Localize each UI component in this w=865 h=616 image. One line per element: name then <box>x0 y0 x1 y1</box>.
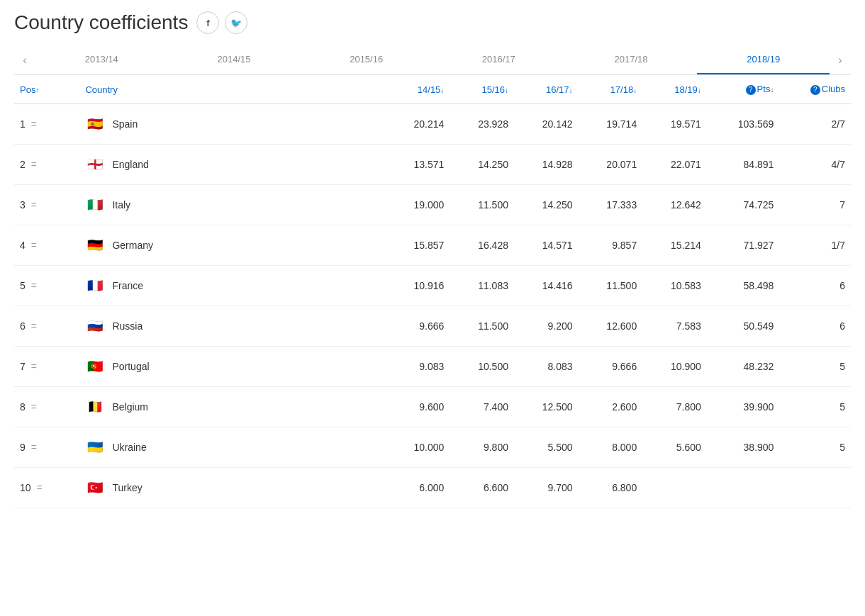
social-icons: f 🐦 <box>196 11 247 34</box>
season-tab-2016-17[interactable]: 2016/17 <box>432 45 565 74</box>
sort-icon-y1718[interactable]: ↓ <box>633 86 637 94</box>
pos-cell: 7 = <box>14 347 79 387</box>
help-icon-pts[interactable]: ? <box>746 85 756 95</box>
country-name: Italy <box>112 199 130 211</box>
header-clubs: ?Clubs <box>779 75 851 104</box>
cell-y1617: 14.416 <box>514 266 579 306</box>
cell-y1617: 8.083 <box>514 347 579 387</box>
position-change: = <box>28 240 37 251</box>
cell-pts: 71.927 <box>707 225 780 266</box>
position-number: 4 <box>20 240 26 251</box>
cell-y1415: 19.000 <box>386 185 450 225</box>
header-y1718[interactable]: 17/18↓ <box>579 75 643 104</box>
season-nav: ‹ 2013/142014/152015/162016/172017/18201… <box>14 45 851 75</box>
cell-pts: 74.725 <box>707 185 780 225</box>
position-change: = <box>28 280 37 291</box>
sort-icon-pts[interactable]: ↓ <box>770 86 774 94</box>
cell-y1415: 20.214 <box>386 104 450 145</box>
season-tab-2015-16[interactable]: 2015/16 <box>300 45 432 74</box>
country-name: Germany <box>112 240 153 251</box>
cell-y1415: 9.083 <box>386 347 450 387</box>
cell-clubs: 1/7 <box>779 225 851 266</box>
cell-pts: 103.569 <box>707 104 780 145</box>
cell-y1617: 14.571 <box>514 225 579 266</box>
sort-icon-y1516[interactable]: ↓ <box>505 86 508 94</box>
cell-y1415: 13.571 <box>386 145 450 185</box>
cell-y1819: 7.800 <box>642 387 707 427</box>
cell-y1718: 12.600 <box>579 306 643 347</box>
header-pos[interactable]: Pos↑ <box>14 75 79 104</box>
position-number: 2 <box>20 159 26 170</box>
header-country: Country <box>79 75 385 104</box>
country-name: Belgium <box>112 401 148 413</box>
cell-y1516: 9.800 <box>450 427 514 468</box>
prev-season-button[interactable]: ‹ <box>14 46 35 74</box>
coefficients-table: Pos↑Country14/15↓15/16↓16/17↓17/18↓18/19… <box>14 75 851 508</box>
sort-icon-y1617[interactable]: ↓ <box>569 86 573 94</box>
cell-y1718: 17.333 <box>579 185 643 225</box>
cell-y1617: 9.700 <box>514 468 579 508</box>
cell-pts: 48.232 <box>707 347 780 387</box>
table-row: 4 =🇩🇪Germany15.85716.42814.5719.85715.21… <box>14 225 851 266</box>
cell-y1617: 12.500 <box>514 387 579 427</box>
cell-clubs: 2/7 <box>779 104 851 145</box>
country-cell: 🇵🇹Portugal <box>79 347 385 387</box>
sort-icon-y1819[interactable]: ↓ <box>698 86 701 94</box>
cell-y1617: 14.250 <box>514 185 579 225</box>
cell-clubs: 6 <box>779 306 851 347</box>
header-y1819[interactable]: 18/19↓ <box>642 75 707 104</box>
country-flag: 🏴󠁧󠁢󠁥󠁮󠁧󠁿 <box>85 155 105 174</box>
facebook-button[interactable]: f <box>196 11 219 34</box>
help-icon-clubs[interactable]: ? <box>810 85 820 95</box>
cell-clubs: 5 <box>779 347 851 387</box>
country-content: 🇩🇪Germany <box>85 235 379 255</box>
cell-pts: 39.900 <box>707 387 780 427</box>
header-label-clubs: Clubs <box>822 84 845 94</box>
season-tab-2018-19[interactable]: 2018/19 <box>697 45 830 74</box>
header-y1617[interactable]: 16/17↓ <box>514 75 579 104</box>
header-row: Pos↑Country14/15↓15/16↓16/17↓17/18↓18/19… <box>14 75 851 104</box>
country-cell: 🇪🇸Spain <box>79 104 385 145</box>
country-name: France <box>112 280 143 291</box>
pos-cell: 9 = <box>14 427 79 468</box>
header-pts[interactable]: ?Pts↓ <box>707 75 780 104</box>
cell-y1617: 9.200 <box>514 306 579 347</box>
cell-y1617: 5.500 <box>514 427 579 468</box>
table-header: Pos↑Country14/15↓15/16↓16/17↓17/18↓18/19… <box>14 75 851 104</box>
cell-clubs <box>779 468 851 508</box>
next-season-button[interactable]: › <box>830 46 851 74</box>
header-label-y1415: 14/15 <box>418 84 441 95</box>
country-flag: 🇺🇦 <box>85 437 105 457</box>
country-flag: 🇧🇪 <box>85 397 105 417</box>
season-tab-2013-14[interactable]: 2013/14 <box>35 45 168 74</box>
season-tab-2014-15[interactable]: 2014/15 <box>168 45 301 74</box>
header-y1516[interactable]: 15/16↓ <box>450 75 514 104</box>
position-number: 8 <box>20 401 26 413</box>
page-wrapper: Country coefficients f 🐦 ‹ 2013/142014/1… <box>0 0 865 520</box>
table-row: 10 =🇹🇷Turkey6.0006.6009.7006.800 <box>14 468 851 508</box>
chevron-left-icon: ‹ <box>23 54 26 67</box>
cell-y1516: 7.400 <box>450 387 514 427</box>
header-label-y1819: 18/19 <box>674 84 698 95</box>
country-content: 🇵🇹Portugal <box>85 357 379 376</box>
sort-icon-y1415[interactable]: ↓ <box>440 86 444 94</box>
table-row: 7 =🇵🇹Portugal9.08310.5008.0839.66610.900… <box>14 347 851 387</box>
cell-y1516: 11.500 <box>450 306 514 347</box>
header-y1415[interactable]: 14/15↓ <box>386 75 450 104</box>
header-label-pts: Pts <box>757 84 771 94</box>
page-title: Country coefficients <box>14 11 188 34</box>
header-label-y1617: 16/17 <box>546 84 569 95</box>
pos-content: 6 = <box>20 320 74 332</box>
cell-clubs: 6 <box>779 266 851 306</box>
pos-content: 10 = <box>20 482 74 493</box>
cell-y1415: 9.666 <box>386 306 450 347</box>
cell-y1617: 14.928 <box>514 145 579 185</box>
twitter-button[interactable]: 🐦 <box>225 11 247 34</box>
cell-y1516: 6.600 <box>450 468 514 508</box>
country-flag: 🇹🇷 <box>85 478 105 498</box>
sort-icon-pos[interactable]: ↑ <box>35 86 39 94</box>
pos-cell: 2 = <box>14 145 79 185</box>
season-tab-2017-18[interactable]: 2017/18 <box>565 45 698 74</box>
cell-pts: 38.900 <box>707 427 780 468</box>
pos-content: 3 = <box>20 199 74 211</box>
